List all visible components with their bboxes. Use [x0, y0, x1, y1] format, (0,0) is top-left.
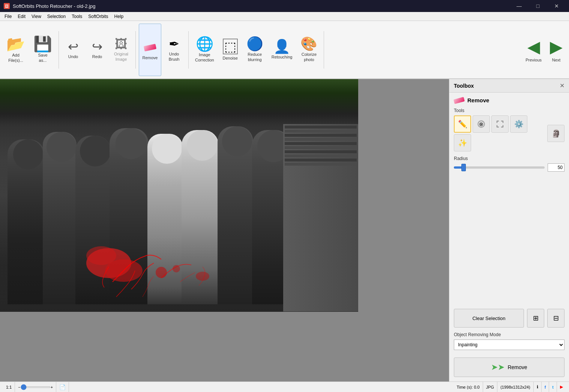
- original-image-icon: 🖼: [115, 37, 128, 50]
- menu-view[interactable]: View: [29, 13, 44, 20]
- menu-file[interactable]: File: [2, 13, 15, 20]
- undo-brush-button[interactable]: ✒ Undo Brush: [163, 24, 185, 76]
- settings-tool-button[interactable]: ⚙️: [510, 115, 527, 133]
- undo-button[interactable]: ↩ Undo: [62, 24, 84, 76]
- menu-softorbits[interactable]: SoftOrbits: [85, 13, 111, 20]
- slider-thumb[interactable]: [461, 164, 466, 171]
- colorize-icon: 🎨: [300, 37, 317, 51]
- save-as-button[interactable]: 💾 Save as...: [30, 24, 56, 76]
- facebook-icon[interactable]: f: [545, 385, 546, 389]
- retouching-label: Retouching: [272, 55, 293, 60]
- brush-tool-button[interactable]: ✏️: [454, 115, 471, 133]
- minimize-button[interactable]: —: [510, 0, 528, 12]
- rect-select-button[interactable]: [491, 115, 509, 133]
- toolbar: 📂 Add File(s)... 💾 Save as... ↩ Undo ↪ R…: [0, 21, 569, 79]
- time-label: Time (s):: [456, 385, 473, 389]
- toolbox-content: Remove Tools ✏️ ⊗ ⚙️ ✨: [449, 93, 569, 382]
- clear-selection-row: Clear Selection ⊞ ⊟: [454, 309, 564, 328]
- mode-dropdown[interactable]: Inpainting Move Clone: [454, 340, 564, 350]
- remove-action-button[interactable]: ➤➤ Remove: [454, 358, 564, 377]
- radius-slider-container[interactable]: [454, 164, 545, 171]
- save-label: Save as...: [38, 53, 47, 63]
- reduce-blurring-icon: 🔵: [246, 37, 263, 51]
- zoom-slider[interactable]: [21, 386, 51, 388]
- previous-button[interactable]: ◀ Previous: [522, 31, 545, 69]
- toolbar-sep-4: [324, 31, 324, 69]
- facebook-link[interactable]: f: [542, 382, 549, 392]
- dimensions-label: (1998x1312x24): [497, 382, 534, 392]
- object-removing-mode-label: Object Removing Mode: [454, 332, 564, 337]
- clear-selection-button[interactable]: Clear Selection: [454, 309, 524, 328]
- zoom-control[interactable]: 1:1: [3, 382, 15, 392]
- undo-icon: ↩: [68, 40, 78, 53]
- remove-label: Remove: [143, 55, 158, 60]
- main-area: Toolbox ✕ Remove Tools ✏️ ⊗: [0, 79, 569, 382]
- remove-icon: [144, 39, 156, 54]
- redo-label: Redo: [92, 54, 102, 59]
- remove-section-label: Remove: [467, 97, 489, 103]
- retouching-button[interactable]: 👤 Retouching: [268, 24, 296, 76]
- toolbar-sep-2: [135, 31, 136, 69]
- twitter-link[interactable]: t: [549, 382, 557, 392]
- menu-tools[interactable]: Tools: [69, 13, 85, 20]
- reduce-blurring-button[interactable]: 🔵 Reduce blurring: [243, 24, 267, 76]
- undo-brush-label: Undo Brush: [169, 52, 180, 61]
- magic-wand-button[interactable]: ✨: [454, 134, 471, 151]
- tools-row: ✏️ ⊗ ⚙️ ✨ 🗿: [454, 115, 564, 151]
- remove-action-label: Remove: [507, 364, 527, 370]
- original-image-label: Original Image: [114, 52, 128, 61]
- close-button[interactable]: ✕: [548, 0, 565, 12]
- youtube-icon[interactable]: ▶: [560, 385, 563, 389]
- zoom-slider-container[interactable]: − +: [15, 382, 56, 392]
- youtube-link[interactable]: ▶: [557, 382, 566, 392]
- format-label: JPG: [483, 382, 497, 392]
- page-icon: 📄: [59, 384, 66, 390]
- image-correction-button[interactable]: 🌐 Image Correction: [192, 24, 218, 76]
- menu-edit[interactable]: Edit: [15, 13, 29, 20]
- statusbar: 1:1 − + 📄 Time (s): 0.0 JPG (1998x1312x2…: [0, 382, 569, 392]
- radius-label: Radius: [454, 156, 564, 161]
- redo-button[interactable]: ↪ Redo: [86, 24, 108, 76]
- remove-section-header: Remove: [454, 97, 564, 103]
- next-icon: ▶: [550, 37, 563, 56]
- info-button[interactable]: ℹ: [534, 382, 542, 392]
- select-shrink-button[interactable]: ⊟: [547, 309, 564, 328]
- denoise-label: Denoise: [223, 56, 238, 61]
- slider-row: [454, 163, 564, 172]
- previous-icon: ◀: [527, 37, 540, 56]
- info-icon[interactable]: ℹ: [537, 385, 538, 389]
- twitter-icon[interactable]: t: [552, 385, 554, 389]
- radius-section: Radius: [454, 156, 564, 172]
- colorize-label: Colorize photo: [302, 52, 317, 62]
- select-expand-button[interactable]: ⊞: [527, 309, 544, 328]
- nav-section: ◀ Previous ▶ Next: [522, 31, 566, 69]
- menu-selection[interactable]: Selection: [44, 13, 69, 20]
- retouching-icon: 👤: [273, 40, 290, 53]
- restore-tool-button[interactable]: 🗿: [547, 125, 564, 142]
- object-removing-mode-section: Object Removing Mode Inpainting Move Clo…: [454, 332, 564, 350]
- remove-action-icon: ➤➤: [491, 362, 504, 372]
- menu-help[interactable]: Help: [111, 13, 127, 20]
- denoise-button[interactable]: ⬚ Denoise: [219, 24, 242, 76]
- maximize-button[interactable]: □: [529, 0, 546, 12]
- colorize-photo-button[interactable]: 🎨 Colorize photo: [297, 24, 321, 76]
- photo-canvas[interactable]: [0, 79, 358, 312]
- next-label: Next: [552, 58, 561, 62]
- next-button[interactable]: ▶ Next: [546, 31, 566, 69]
- toolbar-sep-1: [59, 31, 59, 69]
- previous-label: Previous: [525, 58, 542, 62]
- radius-value-input[interactable]: [548, 163, 564, 172]
- toolbox-close-button[interactable]: ✕: [560, 82, 564, 89]
- eraser-tool-button[interactable]: ⊗: [473, 115, 490, 133]
- original-image-button[interactable]: 🖼 Original Image: [110, 24, 132, 76]
- zoom-plus-icon[interactable]: +: [51, 385, 53, 389]
- remove-button[interactable]: Remove: [139, 24, 161, 76]
- toolbox-header: Toolbox ✕: [449, 79, 569, 93]
- add-files-button[interactable]: 📂 Add File(s)...: [3, 24, 29, 76]
- canvas-area[interactable]: [0, 79, 449, 382]
- undo-brush-icon: ✒: [169, 37, 179, 50]
- tools-section-label: Tools: [454, 108, 564, 113]
- titlebar: 🖼 SoftOrbits Photo Retoucher - old-2.jpg…: [0, 0, 569, 12]
- remove-section-icon: [453, 97, 465, 104]
- titlebar-controls[interactable]: — □ ✕: [510, 0, 565, 12]
